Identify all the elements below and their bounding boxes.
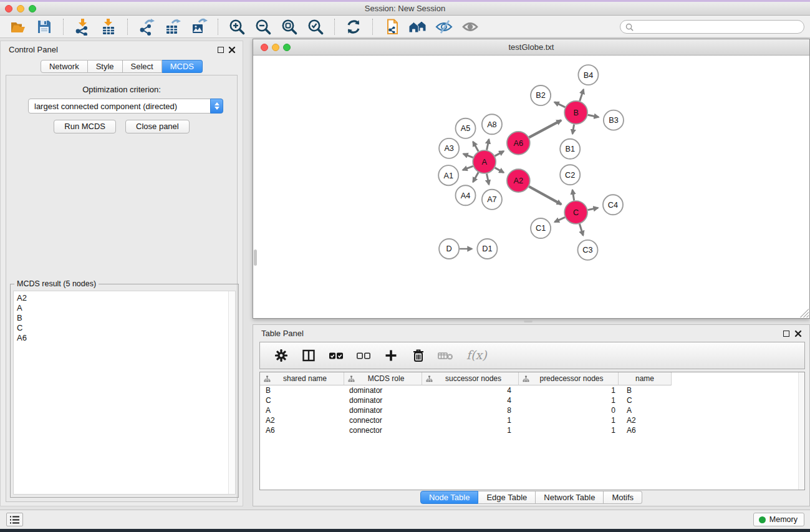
- export-table-button[interactable]: [163, 17, 183, 37]
- node-A1[interactable]: A1: [438, 165, 458, 185]
- tab-mcds[interactable]: MCDS: [162, 60, 203, 73]
- close-table-panel-icon[interactable]: [794, 330, 802, 337]
- node-A[interactable]: A: [473, 150, 496, 173]
- edge-C-C1[interactable]: [554, 217, 565, 221]
- table-row[interactable]: Adominator80A: [260, 405, 804, 415]
- import-network-button[interactable]: [72, 17, 92, 37]
- node-A2[interactable]: A2: [507, 169, 530, 192]
- column-header-successor-nodes[interactable]: successor nodes: [422, 372, 519, 385]
- table-scrollbar[interactable]: [798, 372, 804, 490]
- node-C1[interactable]: C1: [531, 218, 551, 238]
- node-A8[interactable]: A8: [482, 114, 502, 134]
- node-A6[interactable]: A6: [507, 132, 530, 155]
- column-header-name[interactable]: name: [619, 372, 672, 385]
- mcds-result-list[interactable]: A2ABCA6: [13, 291, 236, 495]
- duplicate-network-button[interactable]: [382, 17, 402, 37]
- node-A5[interactable]: A5: [456, 118, 476, 138]
- home-views-button[interactable]: [408, 17, 428, 37]
- tab-motifs[interactable]: Motifs: [604, 491, 642, 504]
- node-B1[interactable]: B1: [560, 139, 580, 159]
- delete-column-button[interactable]: [408, 346, 428, 365]
- table-row[interactable]: Bdominator41B: [260, 385, 804, 395]
- import-table-button[interactable]: [99, 17, 118, 37]
- edge-C-C3[interactable]: [579, 224, 583, 235]
- edge-B-B2[interactable]: [554, 102, 565, 107]
- table-row[interactable]: Cdominator41C: [260, 395, 804, 405]
- node-A3[interactable]: A3: [439, 138, 459, 158]
- gear-button[interactable]: [271, 346, 291, 365]
- deselect-all-button[interactable]: [354, 346, 374, 365]
- result-scrollbar[interactable]: [228, 291, 235, 494]
- edge-A-A1[interactable]: [463, 166, 473, 170]
- edge-A6-B[interactable]: [529, 120, 561, 137]
- node-A7[interactable]: A7: [482, 190, 502, 210]
- node-B3[interactable]: B3: [604, 110, 624, 130]
- column-header-predecessor-nodes[interactable]: predecessor nodes: [519, 372, 619, 385]
- edge-B-B4[interactable]: [580, 89, 584, 101]
- tab-select[interactable]: Select: [123, 60, 162, 73]
- result-list-item[interactable]: B: [17, 313, 235, 323]
- add-column-button[interactable]: [381, 346, 401, 365]
- criterion-select[interactable]: largest connected component (directed): [28, 99, 223, 114]
- hide-graphics-button[interactable]: [434, 17, 454, 37]
- edge-C-C2[interactable]: [572, 190, 574, 200]
- table-row[interactable]: A6connector11A6: [260, 425, 804, 435]
- node-B4[interactable]: B4: [578, 65, 598, 85]
- save-session-button[interactable]: [34, 17, 54, 37]
- select-all-button[interactable]: [326, 346, 346, 365]
- edge-A-A4[interactable]: [473, 172, 479, 182]
- show-graphics-button[interactable]: [460, 17, 480, 37]
- result-list-item[interactable]: A2: [17, 293, 235, 303]
- edge-A2-C[interactable]: [529, 186, 561, 205]
- run-mcds-button[interactable]: Run MCDS: [54, 120, 116, 133]
- tab-edge-table[interactable]: Edge Table: [478, 491, 536, 504]
- export-network-button[interactable]: [137, 17, 157, 37]
- search-field[interactable]: [620, 20, 804, 34]
- node-C[interactable]: C: [564, 201, 587, 224]
- result-list-item[interactable]: C: [17, 323, 235, 333]
- node-B[interactable]: B: [564, 101, 587, 124]
- network-canvas[interactable]: B4B2BB3B1A5A8A6A3AA1A2C2A4A7CC4C1C3DD1: [253, 56, 809, 318]
- export-image-button[interactable]: [189, 17, 209, 37]
- node-C2[interactable]: C2: [560, 165, 580, 185]
- node-D[interactable]: D: [439, 239, 459, 259]
- close-panel-icon[interactable]: [228, 46, 236, 54]
- memory-button[interactable]: Memory: [753, 513, 804, 526]
- edge-A-A7[interactable]: [487, 173, 489, 184]
- table-row[interactable]: A2connector11A2: [260, 415, 804, 425]
- node-B2[interactable]: B2: [531, 85, 551, 105]
- zoom-selected-button[interactable]: [306, 17, 325, 37]
- refresh-view-button[interactable]: [344, 17, 364, 37]
- edge-B-B1[interactable]: [572, 124, 574, 133]
- node-D1[interactable]: D1: [477, 239, 497, 259]
- float-panel-icon[interactable]: [218, 47, 224, 53]
- node-C3[interactable]: C3: [577, 240, 597, 260]
- node-A4[interactable]: A4: [456, 185, 476, 205]
- edge-A-A2[interactable]: [495, 168, 504, 173]
- column-header-shared-name[interactable]: shared name: [260, 372, 344, 385]
- search-input[interactable]: [637, 22, 793, 31]
- open-session-button[interactable]: [8, 17, 28, 37]
- zoom-out-button[interactable]: [253, 17, 273, 37]
- column-header-MCDS-role[interactable]: MCDS role: [344, 372, 422, 385]
- tab-style[interactable]: Style: [88, 60, 123, 73]
- task-history-button[interactable]: [6, 513, 23, 526]
- edge-B-B3[interactable]: [588, 115, 599, 117]
- zoom-in-button[interactable]: [227, 17, 247, 37]
- zoom-fit-button[interactable]: [279, 17, 299, 37]
- edge-A-A8[interactable]: [487, 139, 489, 150]
- node-C4[interactable]: C4: [603, 195, 623, 215]
- tab-network-table[interactable]: Network Table: [536, 491, 604, 504]
- network-vertical-scrollbar[interactable]: [254, 249, 257, 266]
- tab-node-table[interactable]: Node Table: [420, 491, 479, 504]
- edge-A-A6[interactable]: [495, 151, 504, 156]
- result-list-item[interactable]: A: [17, 303, 235, 313]
- result-list-item[interactable]: A6: [17, 333, 235, 343]
- resize-grip-icon[interactable]: [800, 309, 809, 317]
- edge-A-A5[interactable]: [473, 142, 479, 152]
- delete-table-button[interactable]: [436, 346, 456, 365]
- edge-A-A3[interactable]: [463, 154, 473, 158]
- dock-divider-handle[interactable]: [524, 320, 533, 322]
- edge-C-C4[interactable]: [588, 208, 598, 210]
- float-table-panel-icon[interactable]: [783, 331, 789, 337]
